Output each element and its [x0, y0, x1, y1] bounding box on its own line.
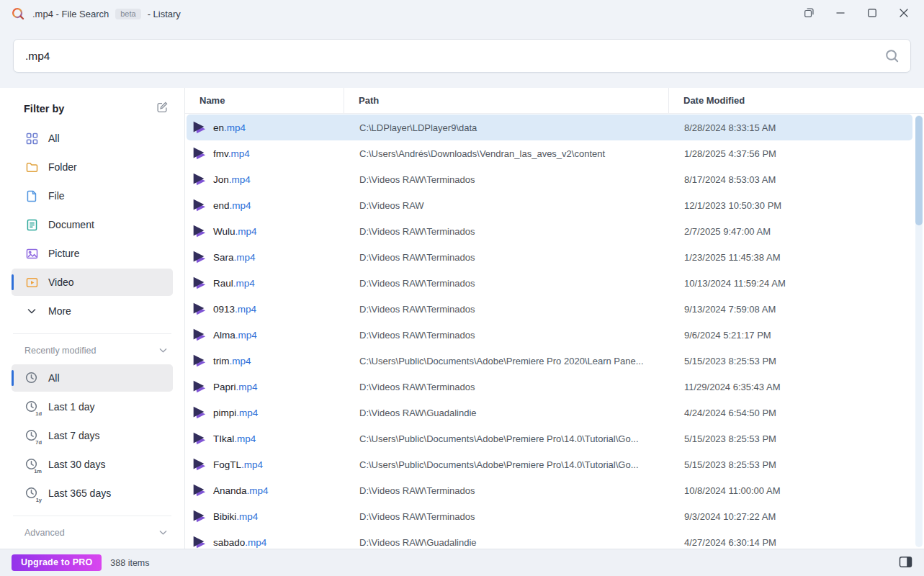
file-name: Sara.mp4 — [213, 252, 256, 263]
file-name: Bibiki.mp4 — [213, 511, 258, 522]
time-filter-label: Last 7 days — [48, 430, 100, 441]
table-row[interactable]: end.mp4D:\Videos RAW12/1/2023 10:50:30 P… — [187, 192, 912, 218]
time-filter-all[interactable]: All — [12, 364, 173, 392]
clock-range-badge: 1d — [35, 411, 42, 417]
video-file-icon — [191, 249, 207, 265]
file-name: pimpi.mp4 — [213, 408, 258, 418]
sidebar-item-video[interactable]: Video — [12, 269, 173, 296]
table-row[interactable]: Jon.mp4D:\Videos RAW\Terminados8/17/2024… — [187, 166, 912, 192]
file-path: C:\Users\Andrés\Downloads\Vendran_las_av… — [345, 148, 670, 159]
table-row[interactable]: Papri.mp4D:\Videos RAW\Terminados11/29/2… — [187, 374, 912, 400]
file-name: 0913.mp4 — [213, 304, 256, 315]
table-row[interactable]: sabado.mp4D:\Videos RAW\Guadalindie4/27/… — [187, 529, 912, 549]
video-file-icon — [191, 327, 207, 343]
file-name-cell: Sara.mp4 — [187, 249, 345, 265]
minimize-button[interactable] — [825, 2, 856, 25]
edit-icon — [156, 101, 169, 116]
file-date-modified: 10/8/2024 11:00:00 AM — [670, 485, 912, 496]
chevron-down-icon — [24, 304, 39, 318]
video-icon — [24, 275, 39, 289]
table-row[interactable]: en.mp4C:\LDPlayer\LDPlayer9\data8/28/202… — [187, 114, 912, 140]
video-file-icon — [191, 405, 207, 420]
window-title: .mp4 - File Search — [32, 9, 109, 19]
file-name-cell: fmv.mp4 — [187, 145, 345, 161]
search-input[interactable] — [25, 50, 883, 63]
time-filter-last-30-days[interactable]: 1mLast 30 days — [12, 451, 173, 478]
sidebar-item-label: File — [48, 190, 65, 202]
column-header-path[interactable]: Path — [344, 88, 668, 113]
file-name: sabado.mp4 — [213, 537, 266, 548]
upgrade-to-pro-button[interactable]: Upgrade to PRO — [12, 554, 102, 571]
file-date-modified: 4/24/2024 6:54:50 PM — [670, 408, 912, 418]
file-path: D:\Videos RAW\Terminados — [345, 174, 670, 185]
file-date-modified: 9/6/2024 5:21:17 PM — [670, 330, 912, 341]
column-header-name[interactable]: Name — [185, 88, 344, 113]
time-filter-last-7-days[interactable]: 7dLast 7 days — [12, 422, 173, 449]
table-row[interactable]: Alma.mp4D:\Videos RAW\Terminados9/6/2024… — [187, 322, 912, 348]
table-row[interactable]: TIkal.mp4C:\Users\Public\Documents\Adobe… — [187, 426, 912, 451]
table-row[interactable]: Wulu.mp4D:\Videos RAW\Terminados2/7/2025… — [187, 218, 912, 244]
toggle-preview-pane-button[interactable] — [899, 555, 912, 571]
file-name-cell: Ananda.mp4 — [187, 482, 345, 498]
table-row[interactable]: Sara.mp4D:\Videos RAW\Terminados1/23/202… — [187, 244, 912, 270]
time-filter-label: Last 30 days — [48, 459, 105, 470]
table-row[interactable]: pimpi.mp4D:\Videos RAW\Guadalindie4/24/2… — [187, 400, 912, 426]
picture-icon — [24, 246, 39, 261]
video-file-icon — [191, 353, 207, 369]
table-row[interactable]: Ananda.mp4D:\Videos RAW\Terminados10/8/2… — [187, 477, 912, 503]
clock-icon: 1y — [24, 486, 39, 500]
maximize-button[interactable] — [856, 2, 888, 25]
video-file-icon — [191, 171, 207, 187]
file-name-cell: Wulu.mp4 — [187, 223, 345, 239]
sidebar-item-label: All — [48, 132, 60, 144]
time-filter-label: Last 1 day — [48, 401, 95, 413]
table-row[interactable]: 0913.mp4D:\Videos RAW\Terminados9/13/202… — [187, 296, 912, 322]
time-filter-last-365-days[interactable]: 1yLast 365 days — [12, 480, 173, 507]
window-title-suffix: - Listary — [148, 9, 181, 19]
advanced-header[interactable]: Advanced — [0, 518, 184, 546]
file-date-modified: 1/28/2025 4:37:56 PM — [670, 148, 912, 159]
sidebar: Filter by AllFolderFileDocumentPictureVi… — [0, 88, 185, 549]
file-name: en.mp4 — [213, 122, 246, 133]
time-filter-last-1-day[interactable]: 1dLast 1 day — [12, 393, 173, 420]
file-date-modified: 5/15/2023 8:25:53 PM — [670, 433, 912, 444]
file-path: D:\Videos RAW — [345, 200, 670, 211]
sidebar-item-more[interactable]: More — [12, 297, 173, 325]
sidebar-item-picture[interactable]: Picture — [12, 240, 173, 267]
table-row[interactable]: trim.mp4C:\Users\Public\Documents\Adobe\… — [187, 348, 912, 374]
file-path: D:\Videos RAW\Terminados — [345, 278, 670, 289]
close-button[interactable] — [888, 2, 920, 25]
toggle-layout-button[interactable] — [793, 2, 825, 25]
sidebar-item-file[interactable]: File — [12, 182, 173, 210]
video-file-icon — [191, 301, 207, 317]
scrollbar-track[interactable] — [915, 115, 923, 547]
video-file-icon — [191, 223, 207, 239]
file-path: D:\Videos RAW\Terminados — [345, 330, 670, 341]
sidebar-item-label: Document — [48, 219, 94, 230]
recently-modified-header[interactable]: Recently modified — [0, 336, 184, 364]
video-file-icon — [191, 431, 207, 446]
results-panel: Name Path Date Modified en.mp4C:\LDPlaye… — [185, 88, 924, 549]
table-row[interactable]: FogTL.mp4C:\Users\Public\Documents\Adobe… — [187, 451, 912, 477]
edit-filters-button[interactable] — [156, 101, 169, 116]
column-header-date-modified[interactable]: Date Modified — [668, 88, 924, 113]
listary-window: .mp4 - File Search beta - Listary — [0, 0, 924, 576]
table-row[interactable]: fmv.mp4C:\Users\Andrés\Downloads\Vendran… — [187, 140, 912, 166]
table-row[interactable]: Bibiki.mp4D:\Videos RAW\Terminados9/3/20… — [187, 503, 912, 529]
clock-range-badge: 1m — [33, 469, 42, 474]
file-path: D:\Videos RAW\Terminados — [345, 485, 670, 496]
close-icon — [900, 9, 908, 19]
file-date-modified: 9/3/2024 10:27:22 AM — [670, 511, 912, 522]
file-name: Wulu.mp4 — [213, 226, 257, 237]
table-row[interactable]: Raul.mp4D:\Videos RAW\Terminados10/13/20… — [187, 270, 912, 296]
file-path: D:\Videos RAW\Terminados — [345, 511, 670, 522]
sidebar-item-document[interactable]: Document — [12, 211, 173, 238]
sidebar-divider — [13, 516, 171, 516]
file-name-cell: end.mp4 — [187, 197, 345, 213]
sidebar-item-folder[interactable]: Folder — [12, 153, 173, 181]
file-name-cell: Bibiki.mp4 — [187, 508, 345, 524]
sidebar-item-all[interactable]: All — [12, 125, 173, 152]
document-icon — [24, 217, 39, 232]
time-filter-list: All1dLast 1 day7dLast 7 days1mLast 30 da… — [0, 364, 184, 507]
scrollbar-thumb[interactable] — [915, 116, 923, 225]
